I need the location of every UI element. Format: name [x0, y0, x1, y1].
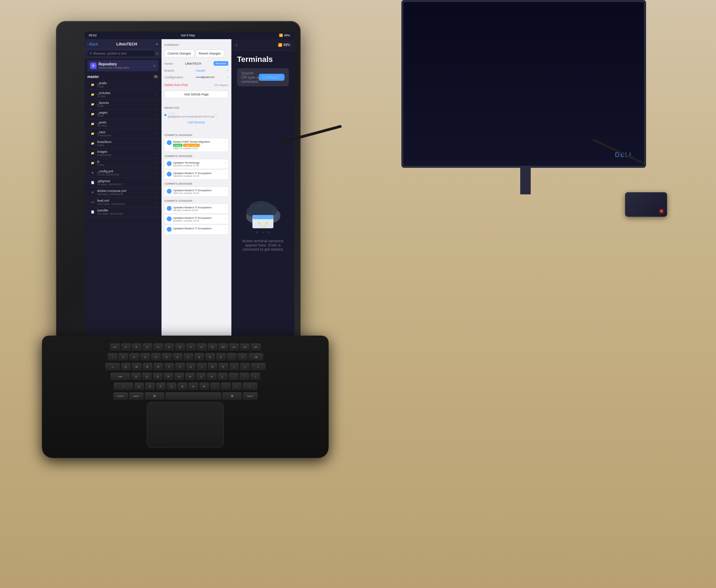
file-item[interactable]: 📁 _includes 13 files › — [85, 90, 161, 100]
key-4[interactable]: 4 — [151, 353, 161, 361]
file-item[interactable]: ≡ _config.yml 2.9 kB, 30/04/2020 › — [85, 168, 161, 178]
add-remote-button[interactable]: Add Remote — [164, 120, 228, 125]
key-f7[interactable]: f7 — [186, 343, 196, 352]
filter-icon[interactable]: ≡ — [156, 51, 158, 56]
key-bracketr[interactable]: ] — [240, 363, 250, 371]
key-f[interactable]: F — [164, 373, 173, 381]
file-item[interactable]: 📁 images 4 directories › — [85, 149, 161, 158]
file-item[interactable]: 📁 _pages 2 files › — [85, 109, 161, 119]
key-f11[interactable]: f11 — [229, 343, 239, 352]
key-r[interactable]: R — [153, 363, 163, 371]
key-command[interactable]: ⌘ — [145, 392, 164, 401]
key-6[interactable]: 6 — [173, 353, 182, 361]
key-e[interactable]: E — [143, 363, 152, 371]
key-p[interactable]: P — [219, 363, 228, 371]
commit-item[interactable]: Updated Modern IT Ecosystem 3de8834 mowb… — [164, 170, 228, 179]
key-y[interactable]: Y — [175, 363, 185, 371]
key-period[interactable]: . — [221, 382, 231, 391]
file-item[interactable]: 📄 .gitignore 76 bytes, 30/04/2020 › — [85, 178, 161, 188]
key-2[interactable]: 2 — [129, 353, 139, 361]
key-f5[interactable]: f5 — [164, 343, 174, 352]
key-f12[interactable]: f12 — [240, 343, 250, 352]
key-8[interactable]: 8 — [194, 353, 204, 361]
file-item[interactable]: 📁 _posts 211 files › — [85, 119, 161, 129]
branch-row[interactable]: Branch master › — [164, 67, 228, 74]
search-bar[interactable]: ⚲ filename, symbol or text — [87, 51, 154, 56]
file-item[interactable]: 📁 _drafts 3 files › — [85, 80, 161, 90]
connect-button[interactable]: CONNECT — [259, 74, 285, 81]
file-item[interactable]: ≡ docker-compose.yml 134 bytes, 30/04/20… — [85, 188, 161, 198]
key-j[interactable]: J — [196, 373, 206, 381]
key-k[interactable]: K — [207, 373, 217, 381]
key-f3[interactable]: f3 — [143, 343, 152, 352]
key-shift-right[interactable]: ⇧ — [243, 382, 257, 391]
key-7[interactable]: 7 — [184, 353, 193, 361]
key-f9[interactable]: f9 — [208, 343, 217, 352]
key-quote[interactable]: ' — [239, 373, 249, 381]
key-shift-left[interactable]: ⇧ — [114, 382, 133, 391]
key-g[interactable]: G — [174, 373, 184, 381]
key-s[interactable]: S — [142, 373, 152, 381]
key-v[interactable]: V — [167, 382, 177, 391]
file-item[interactable]: 📁 js 5 files › — [85, 158, 161, 168]
key-l[interactable]: L — [218, 373, 228, 381]
key-f2[interactable]: f2 — [132, 343, 142, 352]
rename-button[interactable]: Rename — [214, 61, 228, 66]
commit-item[interactable]: Updated Terminology 28c854a mowbull 14:2… — [164, 159, 228, 169]
key-slash[interactable]: / — [232, 382, 242, 391]
delete-label[interactable]: Delete from iPad — [164, 82, 188, 88]
key-semicolon[interactable]: ; — [229, 373, 238, 381]
commit-item[interactable]: Updated Modern IT Ecosystem 4fe1fad mowb… — [164, 204, 228, 214]
repository-item[interactable]: ⚙ Repository Status and Configuration ≡ — [87, 60, 158, 71]
key-n[interactable]: N — [188, 382, 198, 391]
key-control[interactable]: control — [113, 392, 128, 401]
key-esc[interactable]: esc — [110, 343, 120, 352]
commit-item[interactable]: Updated Modern IT Ecosystem be4d6d7 mowb… — [164, 214, 228, 224]
key-3[interactable]: 3 — [140, 353, 150, 361]
key-h[interactable]: H — [185, 373, 195, 381]
key-option-right[interactable]: option — [243, 392, 258, 401]
ipad-screen[interactable]: 09:52 Sat 9 May 📶 49% ‹ Back LifeinTECH … — [85, 31, 294, 353]
key-minus[interactable]: - — [227, 353, 237, 361]
file-item[interactable]: 📁 fonts/Born 8 files › — [85, 139, 161, 149]
terminals-search-bar[interactable]: Search OR type a command CONNECT — [237, 68, 289, 86]
key-backtick[interactable]: ~ — [108, 353, 117, 361]
key-enter[interactable]: ↩ — [251, 363, 266, 371]
key-delete[interactable]: del — [251, 343, 261, 352]
key-w[interactable]: W — [132, 363, 142, 371]
file-item[interactable]: 📄 Gemfile 161 bytes, 30/04/2020 › — [85, 207, 161, 217]
key-d[interactable]: D — [153, 373, 163, 381]
key-command-right[interactable]: ⌘ — [222, 392, 242, 401]
key-backspace[interactable]: ⌫ — [249, 353, 263, 361]
key-space[interactable] — [165, 392, 221, 401]
key-option-left[interactable]: option — [129, 392, 144, 401]
key-9[interactable]: 9 — [205, 353, 215, 361]
file-item[interactable]: 📁 _layouts 4 files › — [85, 100, 161, 109]
commit-changes-button[interactable]: Commit changes — [164, 50, 194, 57]
key-f10[interactable]: f10 — [219, 343, 228, 352]
visit-github-button[interactable]: Visit GitHub Page — [164, 91, 228, 98]
key-c[interactable]: C — [156, 382, 166, 391]
key-backslash[interactable]: \ — [250, 373, 260, 381]
key-o[interactable]: O — [208, 363, 217, 371]
terminals-back-icon[interactable]: ‹ — [236, 42, 237, 48]
key-b[interactable]: B — [178, 382, 187, 391]
key-f4[interactable]: f4 — [153, 343, 163, 352]
file-item[interactable]: </> feed.xml 1473 bytes, 30/04/2020 › — [85, 198, 161, 207]
commit-item[interactable]: Added O365 Tenant Migration master origi… — [164, 138, 228, 152]
key-f1[interactable]: f1 — [121, 343, 131, 352]
key-q[interactable]: Q — [121, 363, 131, 371]
key-tab[interactable]: ⇥ — [105, 363, 120, 371]
trackpad[interactable] — [147, 402, 224, 447]
file-item[interactable]: 📁 _sass 7 directories › — [85, 129, 161, 139]
key-comma[interactable]: , — [210, 382, 220, 391]
key-capslock[interactable]: caps — [110, 373, 130, 381]
key-t[interactable]: T — [164, 363, 174, 371]
commit-item[interactable]: Updated Modern IT Ecosystem 5d67141 mowb… — [164, 187, 228, 196]
key-f8[interactable]: f8 — [197, 343, 207, 352]
key-a[interactable]: A — [131, 373, 141, 381]
key-equals[interactable]: = — [238, 353, 248, 361]
key-f6[interactable]: f6 — [175, 343, 185, 352]
revert-changes-button[interactable]: Revert changes — [196, 50, 224, 57]
remote-item[interactable]: origin git@github.com:mowbull/LifeinTECH… — [164, 110, 228, 120]
